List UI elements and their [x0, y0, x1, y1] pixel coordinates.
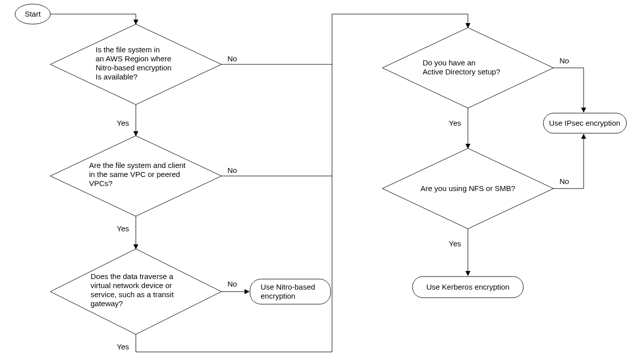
d5-yes-label: Yes [449, 239, 461, 248]
start-label: Start [25, 10, 41, 18]
d2-line2: in the same VPC or peered [89, 170, 180, 178]
d3-line2: virtual network device or [91, 281, 172, 290]
d3-line4: gateway? [91, 299, 123, 308]
decision-active-directory: Do you have an Active Directory setup? [382, 28, 553, 108]
decision-nfs-smb: Are you using NFS or SMB? [382, 148, 553, 229]
terminal-kerberos: Use Kerberos encryption [413, 277, 523, 298]
edge-start-d1 [50, 14, 136, 24]
edge-d4-no [553, 68, 584, 112]
d3-line3: service, such as a transit [91, 290, 174, 299]
d1-no-label: No [227, 54, 237, 63]
d4-line1: Do you have an [423, 58, 475, 67]
start-node: Start [15, 4, 50, 24]
d1-line4: Is available? [96, 72, 137, 81]
d3-yes-label: Yes [117, 342, 129, 351]
terminal-nitro: Use Nitro-based encryption [250, 279, 331, 304]
t-ipsec-label: Use IPsec encryption [549, 119, 620, 127]
d2-no-label: No [227, 166, 237, 174]
decision-same-vpc: Are the file system and client in the sa… [50, 136, 221, 216]
t-kerb-label: Use Kerberos encryption [426, 283, 509, 291]
d1-line3: Nitro-based encryption [96, 63, 172, 72]
d1-line2: an AWS Region where [96, 54, 171, 63]
d3-line1: Does the data traverse a [91, 272, 174, 281]
decision-nitro-region: Is the file system in an AWS Region wher… [50, 24, 221, 105]
d1-yes-label: Yes [117, 119, 129, 127]
terminal-ipsec: Use IPsec encryption [543, 113, 626, 133]
edge-d3-yes [136, 334, 332, 352]
d3-no-label: No [227, 280, 237, 288]
d5-line1: Are you using NFS or SMB? [421, 184, 515, 193]
d4-no-label: No [559, 56, 569, 65]
t-nitro-line2: encryption [261, 292, 295, 300]
edge-trunk-to-d4 [332, 14, 468, 28]
decision-transit-gateway: Does the data traverse a virtual network… [50, 249, 221, 334]
d2-line3: VPCs? [89, 179, 113, 188]
d4-line2: Active Directory setup? [423, 67, 500, 76]
d1-line1: Is the file system in [96, 45, 160, 54]
t-nitro-line1: Use Nitro-based [261, 283, 315, 291]
d2-line1: Are the file system and client [89, 161, 186, 169]
d2-yes-label: Yes [117, 224, 129, 233]
d5-no-label: No [559, 177, 569, 186]
d4-yes-label: Yes [449, 119, 461, 127]
